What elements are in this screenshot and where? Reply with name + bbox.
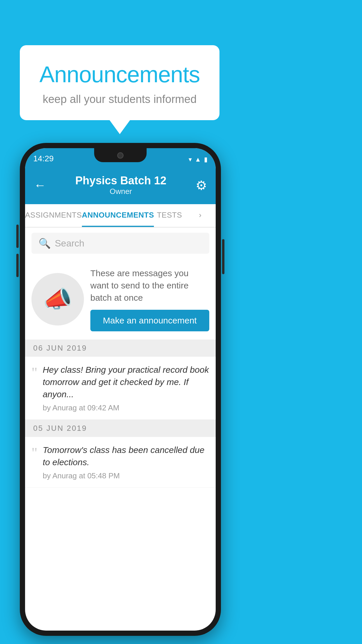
announcement-promo: 📣 These are messages you want to send to… [25, 259, 216, 340]
front-camera [117, 152, 124, 159]
wifi-icon: ▾ [189, 156, 192, 163]
battery-icon: ▮ [204, 156, 208, 163]
announcement-meta-1: by Anurag at 09:42 AM [43, 403, 209, 412]
search-bar[interactable]: 🔍 Search [31, 233, 209, 254]
phone-container: 14:29 ▾ ▲ ▮ ← Physics Batch 12 Owner ⚙ [20, 143, 221, 636]
announcement-text-2: Tomorrow's class has been cancelled due … [43, 444, 209, 468]
quote-icon-2: " [31, 445, 37, 460]
phone-notch [94, 148, 147, 162]
tab-announcements[interactable]: ANNOUNCEMENTS [82, 204, 154, 227]
settings-icon[interactable]: ⚙ [196, 178, 207, 193]
status-time: 14:29 [33, 154, 54, 163]
signal-icon: ▲ [195, 156, 201, 163]
app-header: ← Physics Batch 12 Owner ⚙ [25, 166, 216, 204]
quote-icon-1: " [31, 365, 37, 380]
search-container: 🔍 Search [25, 228, 216, 259]
tab-tests[interactable]: TESTS [154, 204, 185, 227]
status-icons: ▾ ▲ ▮ [189, 156, 208, 163]
volume-up-button [16, 225, 19, 248]
make-announcement-button[interactable]: Make an announcement [90, 310, 209, 331]
search-icon: 🔍 [38, 237, 51, 249]
announcement-item-2[interactable]: " Tomorrow's class has been cancelled du… [25, 437, 216, 488]
promo-description: These are messages you want to send to t… [90, 267, 209, 304]
promo-right: These are messages you want to send to t… [90, 267, 209, 331]
speech-bubble-container: Announcements keep all your students inf… [20, 45, 219, 120]
header-title: Physics Batch 12 [75, 174, 166, 187]
bubble-subtitle: keep all your students informed [37, 93, 202, 106]
search-placeholder: Search [55, 238, 84, 249]
power-button [222, 239, 224, 274]
announcement-content-2: Tomorrow's class has been cancelled due … [43, 444, 209, 480]
back-button[interactable]: ← [34, 178, 46, 192]
phone-outer: 14:29 ▾ ▲ ▮ ← Physics Batch 12 Owner ⚙ [20, 143, 221, 636]
bubble-title: Announcements [37, 61, 202, 88]
megaphone-icon: 📣 [43, 286, 72, 313]
phone-screen: 14:29 ▾ ▲ ▮ ← Physics Batch 12 Owner ⚙ [25, 148, 216, 631]
date-separator-june5: 05 JUN 2019 [25, 420, 216, 437]
header-center: Physics Batch 12 Owner [75, 174, 166, 196]
tabs-container: ASSIGNMENTS ANNOUNCEMENTS TESTS › [25, 204, 216, 228]
speech-bubble: Announcements keep all your students inf… [20, 45, 219, 120]
header-subtitle: Owner [75, 187, 166, 196]
announcement-meta-2: by Anurag at 05:48 PM [43, 471, 209, 480]
announcement-item-1[interactable]: " Hey class! Bring your practical record… [25, 357, 216, 420]
promo-icon-circle: 📣 [31, 273, 84, 326]
date-separator-june6: 06 JUN 2019 [25, 340, 216, 357]
tab-more[interactable]: › [185, 204, 216, 227]
announcement-content-1: Hey class! Bring your practical record b… [43, 364, 209, 412]
volume-down-button [16, 254, 19, 277]
tab-assignments[interactable]: ASSIGNMENTS [25, 204, 82, 227]
announcement-text-1: Hey class! Bring your practical record b… [43, 364, 209, 400]
